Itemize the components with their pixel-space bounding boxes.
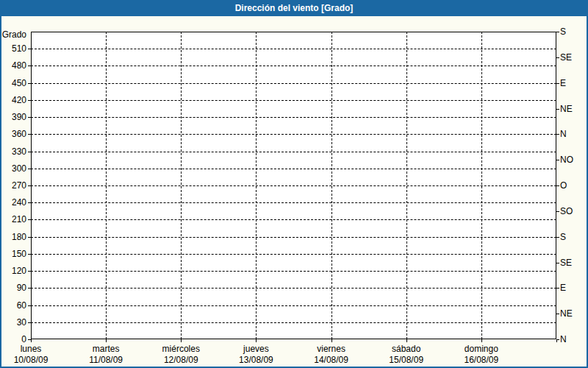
compass-label: S [560,232,566,242]
compass-label: N [560,334,567,344]
y-tick-label: 450 [0,78,26,88]
h-gridline [31,219,556,220]
x-axis-tick [256,339,257,342]
y-axis-tick-right [556,109,559,110]
v-gridline [481,32,482,339]
day-label: viernes [295,344,368,354]
y-axis-tick-right [556,339,559,340]
v-gridline [181,32,182,339]
compass-label: NO [560,155,573,165]
x-axis-tick [181,339,182,342]
date-label: 11/08/09 [69,355,143,365]
compass-label: E [560,283,566,293]
y-axis-tick-left [28,288,31,289]
day-label: domingo [445,344,518,354]
compass-label: SE [560,258,572,268]
y-tick-label: 60 [0,300,26,311]
x-axis-tick [331,339,332,342]
y-tick-label: 360 [0,129,26,139]
y-axis-tick-left [28,134,31,135]
y-axis-tick-right [556,134,559,135]
v-gridline [406,32,407,339]
x-axis-tick [106,339,107,342]
h-gridline [31,305,556,306]
y-tick-label: 480 [0,60,26,71]
day-label: sábado [370,344,443,354]
y-tick-label: 180 [0,232,26,242]
y-tick-label: 240 [0,197,26,208]
day-label: martes [69,344,143,354]
y-axis-tick-left [28,185,31,186]
h-gridline [31,83,556,84]
compass-label: S [560,26,566,37]
date-label: 14/08/09 [295,355,368,365]
y-axis-tick-left [28,152,31,152]
y-axis-tick-right [556,83,559,84]
h-gridline [31,134,556,135]
y-axis-tick-left [28,202,31,203]
y-tick-label: 150 [0,249,26,259]
y-axis-tick-right [556,237,559,238]
y-tick-label: 330 [0,146,26,157]
y-axis-tick-left [28,117,31,118]
wind-direction-chart: Dirección del viento [Grado] Grado 03060… [0,0,588,368]
chart-title: Dirección del viento [Grado] [235,3,354,13]
h-gridline [31,49,556,49]
y-axis-tick-right [556,314,559,314]
y-tick-label: 210 [0,214,26,224]
y-axis-tick-left [28,66,31,66]
y-tick-label: 30 [0,317,26,328]
h-gridline [31,237,556,238]
y-axis-title: Grado [0,29,26,40]
y-axis-tick-left [28,219,31,220]
h-gridline [31,117,556,118]
y-axis-tick-right [556,32,559,32]
compass-label: SO [560,206,573,216]
h-gridline [31,66,556,66]
y-axis-tick-left [28,237,31,238]
y-axis-tick-left [28,100,31,101]
h-gridline [31,288,556,289]
y-axis-tick-right [556,160,559,160]
v-gridline [106,32,107,339]
y-tick-label: 510 [0,43,26,54]
y-tick-label: 300 [0,163,26,174]
x-axis-tick [31,339,32,342]
y-tick-label: 390 [0,112,26,122]
h-gridline [31,152,556,152]
date-label: 13/08/09 [219,355,293,365]
y-tick-label: 120 [0,266,26,276]
compass-label: N [560,129,567,139]
date-label: 12/08/09 [144,355,218,365]
v-gridline [331,32,332,339]
v-gridline [256,32,257,339]
h-gridline [31,271,556,272]
h-gridline [31,202,556,203]
y-axis-tick-right [556,185,559,186]
compass-label: NE [560,104,573,114]
y-axis-tick-left [28,271,31,272]
h-gridline [31,254,556,255]
h-gridline [31,100,556,101]
y-axis-tick-right [556,288,559,289]
date-label: 10/08/09 [0,355,68,365]
chart-title-bar: Dirección del viento [Grado] [0,0,588,16]
y-axis-tick-left [28,322,31,323]
h-gridline [31,185,556,186]
y-axis-tick-left [28,83,31,84]
compass-label: SE [560,52,572,63]
y-axis-tick-left [28,49,31,49]
y-axis-tick-right [556,211,559,212]
y-axis-tick-left [28,169,31,169]
y-tick-label: 420 [0,95,26,105]
compass-label: O [560,180,567,191]
day-label: jueves [219,344,293,354]
compass-label: NE [560,308,573,319]
y-tick-label: 270 [0,180,26,191]
y-tick-label: 0 [0,334,26,344]
x-axis-tick [481,339,482,342]
y-axis-tick-right [556,57,559,58]
y-tick-label: 90 [0,283,26,293]
y-axis-tick-left [28,305,31,306]
day-label: lunes [0,344,68,354]
